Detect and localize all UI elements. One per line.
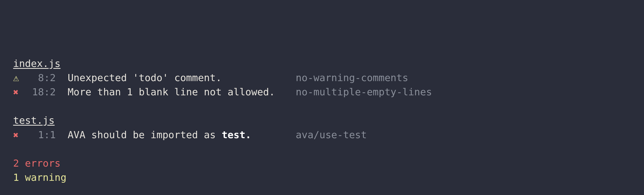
location: 1:1	[20, 128, 56, 142]
blank-line	[13, 99, 631, 113]
summary-errors: 2 errors	[13, 156, 631, 170]
rule-id: no-multiple-empty-lines	[293, 85, 432, 99]
blank-line	[13, 142, 631, 156]
lint-output: index.js⚠8:2Unexpected 'todo' comment.no…	[13, 57, 631, 185]
error-icon: ✖	[13, 129, 19, 142]
rule-id: no-warning-comments	[293, 71, 408, 85]
location: 8:2	[20, 71, 56, 85]
file-header: test.js	[13, 113, 631, 128]
message: Unexpected 'todo' comment.	[56, 71, 293, 85]
file-header: index.js	[13, 57, 631, 71]
message: AVA should be imported as test.	[56, 128, 293, 142]
lint-row: ✖1:1AVA should be imported as test.ava/u…	[13, 128, 631, 142]
lint-row: ✖18:2More than 1 blank line not allowed.…	[13, 85, 631, 99]
error-icon-cell: ✖	[13, 86, 20, 99]
rule-id: ava/use-test	[293, 128, 367, 142]
message: More than 1 blank line not allowed.	[56, 85, 293, 99]
lint-row: ⚠8:2Unexpected 'todo' comment.no-warning…	[13, 71, 631, 85]
error-icon: ✖	[13, 86, 19, 99]
summary-warnings: 1 warning	[13, 170, 631, 185]
error-icon-cell: ✖	[13, 129, 20, 142]
warning-icon-cell: ⚠	[13, 71, 20, 85]
warning-icon: ⚠	[13, 71, 19, 85]
location: 18:2	[20, 85, 56, 99]
